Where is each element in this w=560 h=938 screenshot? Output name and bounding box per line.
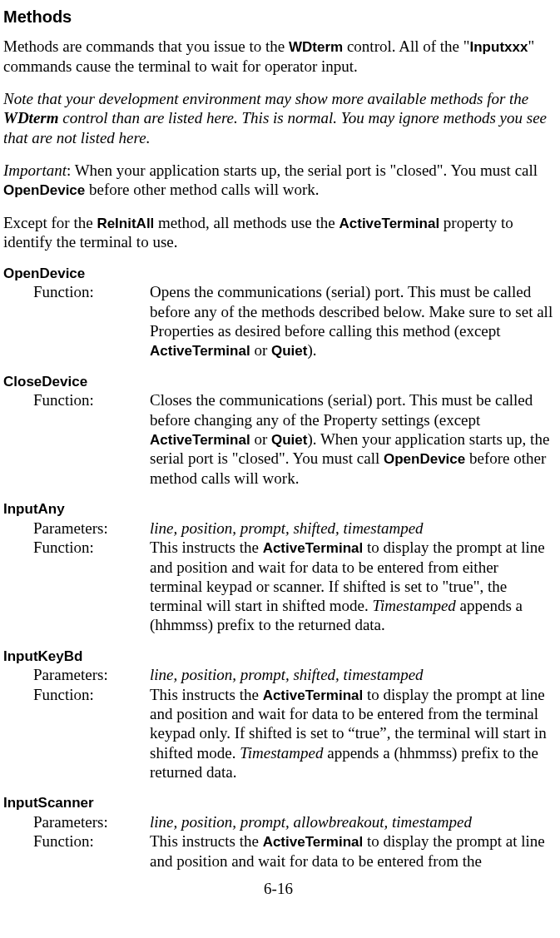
method-opendevice: OpenDevice Function: Opens the communica… xyxy=(3,266,553,360)
quiet-ref: Quiet xyxy=(271,432,307,448)
parameters-row: Parameters: line, position, prompt, shif… xyxy=(3,519,553,538)
method-closedevice: CloseDevice Function: Closes the communi… xyxy=(3,374,553,489)
text: Methods are commands that you issue to t… xyxy=(3,37,289,55)
activeterminal-ref: ActiveTerminal xyxy=(150,432,250,448)
activeterminal-ref: ActiveTerminal xyxy=(263,834,364,850)
method-inputany: InputAny Parameters: line, position, pro… xyxy=(3,501,553,634)
method-name: InputKeyBd xyxy=(3,648,553,666)
timestamped-ref: Timestamped xyxy=(373,597,456,614)
quiet-ref: Quiet xyxy=(271,343,307,359)
method-name: InputScanner xyxy=(3,795,553,812)
parameters-row: Parameters: line, position, prompt, shif… xyxy=(3,665,553,684)
opendevice-ref: OpenDevice xyxy=(3,182,85,198)
important-paragraph: Important: When your application starts … xyxy=(3,161,553,200)
parameters-value: line, position, prompt, allowbreakout, t… xyxy=(150,812,553,831)
activeterminal-ref: ActiveTerminal xyxy=(263,687,364,703)
text: Note that your development environment m… xyxy=(3,90,528,107)
function-label: Function: xyxy=(3,538,150,557)
except-paragraph: Except for the ReInitAll method, all met… xyxy=(3,213,553,252)
text: This instructs the xyxy=(150,538,263,556)
text: method, all methods use the xyxy=(154,214,339,231)
function-row: Function: This instructs the ActiveTermi… xyxy=(3,538,553,634)
activeterminal-ref: ActiveTerminal xyxy=(150,343,250,359)
function-row: Function: This instructs the ActiveTermi… xyxy=(3,685,553,782)
wdterm-ref: WDterm xyxy=(3,109,59,127)
page-number: 6-16 xyxy=(3,879,553,898)
important-label: Important xyxy=(3,161,67,179)
parameters-row: Parameters: line, position, prompt, allo… xyxy=(3,812,553,831)
text: Except for the xyxy=(3,214,97,231)
function-value: Opens the communications (serial) port. … xyxy=(150,282,553,360)
activeterminal-ref: ActiveTerminal xyxy=(339,216,439,231)
function-label: Function: xyxy=(3,685,150,704)
method-name: InputAny xyxy=(3,501,553,519)
text: control than are listed here. This is no… xyxy=(3,109,547,146)
text: control. All of the " xyxy=(343,37,469,55)
wdterm-ref: WDterm xyxy=(289,39,343,55)
function-row: Function: This instructs the ActiveTermi… xyxy=(3,831,553,871)
text: Opens the communications (serial) port. … xyxy=(150,283,553,339)
text: This instructs the xyxy=(150,686,263,703)
function-value: Closes the communications (serial) port.… xyxy=(150,390,553,488)
parameters-value: line, position, prompt, shifted, timesta… xyxy=(150,519,553,538)
function-label: Function: xyxy=(3,282,150,301)
function-label: Function: xyxy=(3,390,150,409)
method-inputkeybd: InputKeyBd Parameters: line, position, p… xyxy=(3,648,553,782)
method-name: CloseDevice xyxy=(3,374,553,391)
function-value: This instructs the ActiveTerminal to dis… xyxy=(150,685,553,782)
text: Closes the communications (serial) port.… xyxy=(150,391,533,428)
function-row: Function: Opens the communications (seri… xyxy=(3,282,553,360)
method-inputscanner: InputScanner Parameters: line, position,… xyxy=(3,795,553,871)
reinitall-ref: ReInitAll xyxy=(97,216,154,231)
opendevice-ref: OpenDevice xyxy=(384,451,465,467)
function-value: This instructs the ActiveTerminal to dis… xyxy=(150,831,553,871)
text: before other method calls will work. xyxy=(85,181,319,198)
function-row: Function: Closes the communications (ser… xyxy=(3,390,553,488)
method-name: OpenDevice xyxy=(3,266,553,283)
intro-paragraph: Methods are commands that you issue to t… xyxy=(3,37,553,76)
text: or xyxy=(250,430,271,448)
activeterminal-ref: ActiveTerminal xyxy=(263,540,364,556)
parameters-label: Parameters: xyxy=(3,812,150,831)
timestamped-ref: Timestamped xyxy=(240,744,323,762)
note-paragraph: Note that your development environment m… xyxy=(3,89,553,147)
inputxxx-ref: Inputxxx xyxy=(470,39,528,55)
text: : When your application starts up, the s… xyxy=(67,161,538,179)
function-label: Function: xyxy=(3,831,150,851)
parameters-value: line, position, prompt, shifted, timesta… xyxy=(150,665,553,684)
function-value: This instructs the ActiveTerminal to dis… xyxy=(150,538,553,634)
text: ). xyxy=(307,341,316,359)
parameters-label: Parameters: xyxy=(3,519,150,538)
text: or xyxy=(250,341,271,359)
section-heading: Methods xyxy=(3,7,553,27)
parameters-label: Parameters: xyxy=(3,665,150,684)
text: This instructs the xyxy=(150,832,263,850)
